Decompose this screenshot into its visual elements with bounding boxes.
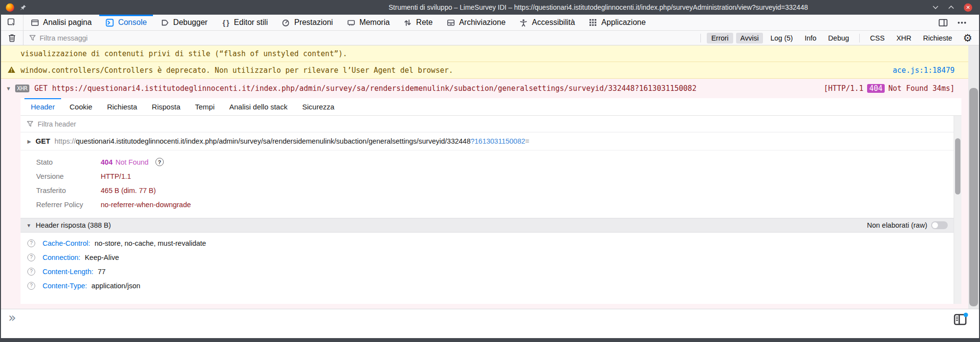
filter-css-button[interactable]: CSS	[866, 33, 889, 43]
header-name[interactable]: Cache-Control	[43, 239, 90, 247]
twisty-open-icon[interactable]: ▼	[7, 86, 10, 92]
chevron-down-icon[interactable]	[933, 5, 938, 9]
header-row: ? Connection Keep-Alive	[21, 250, 961, 264]
pick-element-button[interactable]	[1, 15, 23, 30]
tab-applicazione[interactable]: Applicazione	[583, 15, 651, 30]
tab-archiviazione[interactable]: Archiviazione	[441, 15, 511, 30]
gear-icon[interactable]: ⚙	[963, 33, 972, 43]
tab-prestazioni[interactable]: Prestazioni	[276, 15, 338, 30]
header-value: no-store, no-cache, must-revalidate	[95, 239, 206, 247]
header-name[interactable]: Content-Type	[43, 282, 87, 290]
tab-accessibilita[interactable]: Accessibilità	[514, 15, 580, 30]
inspector-icon	[30, 18, 39, 27]
memory-icon	[347, 18, 355, 27]
title-bar: Strumenti di sviluppo – LimeSurvey IDI –…	[1, 0, 979, 15]
summary-row-referrer: Referrer Policy no-referrer-when-downgra…	[21, 197, 961, 212]
console-scrollbar-thumb[interactable]	[969, 88, 978, 306]
tab-console[interactable]: Console	[100, 15, 152, 30]
tab-label: Console	[118, 18, 147, 27]
help-icon[interactable]: ?	[27, 282, 35, 290]
performance-icon	[282, 18, 290, 27]
tab-richiesta[interactable]: Richiesta	[101, 98, 144, 115]
meatball-menu-icon	[958, 21, 966, 24]
filter-header-row	[21, 116, 961, 132]
tab-risposta[interactable]: Risposta	[146, 98, 187, 115]
network-icon	[403, 18, 412, 27]
details-scrollbar-track[interactable]	[954, 116, 961, 304]
source-link[interactable]: ace.js:1:18479	[893, 66, 979, 75]
filter-avvisi-button[interactable]: Avvisi	[736, 33, 763, 43]
console-output: visualizzazione di contenuti privi di st…	[1, 45, 979, 309]
filter-xhr-button[interactable]: XHR	[892, 33, 916, 43]
summary-row-stato: Stato 404 Not Found ?	[21, 155, 961, 169]
filter-log-button[interactable]: Log (5)	[766, 33, 797, 43]
tab-rete[interactable]: Rete	[398, 15, 438, 30]
details-tabbar: Header Cookie Richiesta Risposta Tempi A…	[21, 98, 961, 116]
dock-panel-button[interactable]	[938, 19, 948, 27]
raw-toggle-label: Non elaborati (raw)	[867, 221, 927, 229]
twisty-open-icon[interactable]: ▼	[26, 223, 31, 228]
tab-editor-stili[interactable]: { } Editor stili	[216, 15, 273, 30]
clear-console-button[interactable]	[1, 31, 23, 45]
tab-analisi-stack[interactable]: Analisi dello stack	[223, 98, 294, 115]
tab-cookie[interactable]: Cookie	[63, 98, 99, 115]
tab-label: Prestazioni	[294, 18, 333, 27]
filter-richieste-button[interactable]: Richieste	[919, 33, 957, 43]
console-icon	[106, 18, 114, 27]
response-headers-section[interactable]: ▼ Header risposta (388 B) Non elaborati …	[21, 218, 961, 233]
tab-label: Memoria	[359, 18, 390, 27]
header-row: ? Cache-Control no-store, no-cache, must…	[21, 236, 961, 250]
tab-header[interactable]: Header	[24, 98, 61, 115]
xhr-badge: XHR	[15, 85, 30, 92]
divider	[859, 34, 860, 43]
summary-label: Trasferito	[36, 187, 101, 194]
chevron-up-icon[interactable]	[948, 5, 954, 9]
tab-debugger[interactable]: Debugger	[155, 15, 213, 30]
header-value: application/json	[91, 282, 140, 290]
header-name[interactable]: Content-Length	[43, 268, 93, 276]
twisty-closed-icon[interactable]: ▶	[27, 139, 31, 144]
filter-messages-input[interactable]	[40, 34, 696, 42]
help-icon[interactable]: ?	[27, 268, 35, 276]
console-warning-row: visualizzazione di contenuti privi di st…	[1, 45, 979, 62]
console-warning-row: window.controllers/Controllers è depreca…	[1, 62, 979, 79]
summary-label: Versione	[36, 172, 101, 180]
header-value: Keep-Alive	[85, 254, 119, 261]
meatball-menu-button[interactable]	[958, 21, 966, 24]
tab-sicurezza[interactable]: Sicurezza	[296, 98, 341, 115]
status-code: 404	[101, 158, 112, 166]
summary-value: HTTP/1.1	[101, 172, 131, 180]
console-toolbar: Errori Avvisi Log (5) Info Debug CSS XHR…	[1, 31, 979, 45]
header-row: ? Content-Length 77	[21, 264, 961, 278]
url-scheme: https://	[55, 137, 76, 145]
network-details-panel: Header Cookie Richiesta Risposta Tempi A…	[21, 98, 961, 304]
tab-label: Debugger	[173, 18, 207, 27]
details-scrollbar-thumb[interactable]	[955, 138, 960, 194]
filter-debug-button[interactable]: Debug	[824, 33, 853, 43]
tab-tempi[interactable]: Tempi	[189, 98, 221, 115]
section-title: Header risposta (388 B)	[36, 221, 111, 229]
help-icon[interactable]: ?	[27, 254, 35, 261]
status-code-badge: 404	[867, 84, 884, 93]
filter-info-button[interactable]: Info	[800, 33, 821, 43]
header-value: 77	[98, 268, 106, 276]
tab-memoria[interactable]: Memoria	[341, 15, 395, 30]
tab-analisi-pagina[interactable]: Analisi pagina	[25, 15, 97, 30]
style-editor-icon: { }	[221, 18, 230, 27]
help-icon[interactable]: ?	[27, 239, 35, 247]
request-url-row[interactable]: ▶ GET https://questionari4.istitutodegli…	[21, 132, 961, 150]
request-method: GET	[36, 137, 50, 145]
request-method: GET	[34, 84, 47, 93]
raw-toggle[interactable]	[931, 221, 948, 229]
xhr-request-row[interactable]: ▼ XHR GET https://questionari4.istitutod…	[1, 79, 979, 98]
help-icon[interactable]: ?	[155, 158, 164, 166]
filter-header-input[interactable]	[38, 120, 961, 128]
pick-element-icon	[7, 18, 17, 27]
raw-toggle-wrap: Non elaborati (raw)	[867, 221, 948, 229]
close-icon[interactable]: ✕	[964, 3, 972, 12]
filter-errori-button[interactable]: Errori	[707, 33, 733, 43]
console-scrollbar-track[interactable]	[968, 45, 979, 309]
console-command-input[interactable]: »	[1, 309, 979, 338]
sidebar-toggle-button[interactable]	[954, 313, 968, 326]
header-name[interactable]: Connection	[43, 254, 80, 261]
